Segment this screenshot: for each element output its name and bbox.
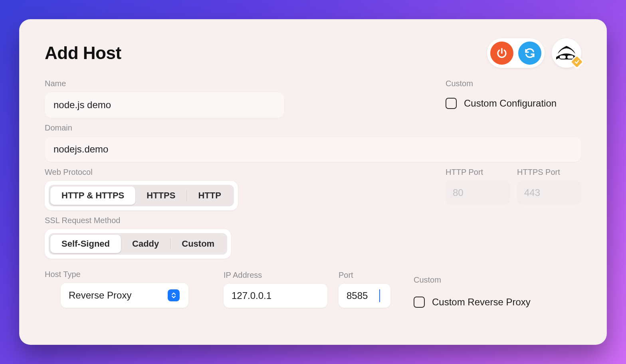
ssl-right-spacer xyxy=(446,216,581,259)
name-input[interactable] xyxy=(45,92,284,118)
segment-http-and-https[interactable]: HTTP & HTTPS xyxy=(50,186,135,205)
host-type-label: Host Type xyxy=(45,270,212,279)
ip-address-field: IP Address xyxy=(224,271,327,308)
header-row: Add Host xyxy=(45,38,581,68)
custom-config-checkbox[interactable] xyxy=(446,98,457,109)
http-port-input[interactable] xyxy=(446,181,510,205)
web-protocol-segmented: HTTP & HTTPS HTTPS HTTP xyxy=(49,185,234,206)
https-port-input[interactable] xyxy=(517,181,581,205)
web-protocol-field: Web Protocol HTTP & HTTPS HTTPS HTTP xyxy=(45,168,430,210)
host-type-select[interactable]: Reverse Proxy xyxy=(61,283,188,308)
segment-https[interactable]: HTTPS xyxy=(135,186,186,205)
ssl-field: SSL Request Method Self-Signed Caddy Cus… xyxy=(45,216,430,259)
segment-http[interactable]: HTTP xyxy=(187,186,232,205)
custom-rp-section-label: Custom xyxy=(414,275,581,285)
text-cursor xyxy=(379,289,380,302)
port-label: Port xyxy=(339,271,402,280)
power-icon xyxy=(496,47,508,59)
add-host-window: Add Host xyxy=(19,19,607,345)
action-pill xyxy=(487,38,545,68)
refresh-button[interactable] xyxy=(518,42,541,65)
name-field: Name xyxy=(45,79,430,118)
web-protocol-label: Web Protocol xyxy=(45,168,430,177)
https-port-field: HTTPS Port xyxy=(517,168,581,210)
ssl-segmented: Self-Signed Caddy Custom xyxy=(49,233,227,255)
segment-self-signed[interactable]: Self-Signed xyxy=(50,235,121,253)
custom-config-label: Custom Configuration xyxy=(464,98,557,109)
form-grid: Name Custom Custom Configuration Domain … xyxy=(45,79,581,308)
refresh-icon xyxy=(524,47,536,59)
https-port-label: HTTPS Port xyxy=(517,168,581,177)
custom-rp-row: Custom Reverse Proxy xyxy=(414,294,581,308)
segment-caddy[interactable]: Caddy xyxy=(121,235,170,253)
segment-custom[interactable]: Custom xyxy=(170,235,226,253)
host-type-field: Host Type Reverse Proxy xyxy=(45,270,212,308)
port-input[interactable] xyxy=(339,284,390,308)
ssl-label: SSL Request Method xyxy=(45,216,430,225)
power-button[interactable] xyxy=(490,42,513,65)
http-port-field: HTTP Port xyxy=(446,168,510,210)
custom-reverse-proxy-section: Custom Custom Reverse Proxy xyxy=(414,275,581,308)
ip-input[interactable] xyxy=(224,284,327,308)
name-label: Name xyxy=(45,79,430,88)
domain-label: Domain xyxy=(45,123,581,133)
port-field: Port xyxy=(339,271,402,308)
bottom-row: Host Type Reverse Proxy IP Address Port xyxy=(45,270,581,308)
avatar[interactable] xyxy=(552,38,581,68)
select-stepper-icon xyxy=(168,289,180,301)
ports-row: HTTP Port HTTPS Port xyxy=(446,168,581,210)
domain-field: Domain xyxy=(45,123,581,162)
domain-input[interactable] xyxy=(45,136,581,162)
web-protocol-segmented-wrap: HTTP & HTTPS HTTPS HTTP xyxy=(45,181,238,210)
http-port-label: HTTP Port xyxy=(446,168,510,177)
svg-rect-2 xyxy=(567,55,573,59)
custom-section-label: Custom xyxy=(446,79,581,88)
svg-rect-1 xyxy=(560,55,566,59)
custom-rp-label: Custom Reverse Proxy xyxy=(432,297,531,308)
custom-rp-checkbox[interactable] xyxy=(414,297,425,308)
ip-label: IP Address xyxy=(224,271,327,280)
host-type-value: Reverse Proxy xyxy=(69,290,131,301)
page-title: Add Host xyxy=(45,43,121,63)
ssl-segmented-wrap: Self-Signed Caddy Custom xyxy=(45,229,231,259)
header-actions xyxy=(487,38,581,68)
custom-config-row: Custom Configuration xyxy=(446,95,581,109)
custom-config-section: Custom Custom Configuration xyxy=(446,79,581,118)
